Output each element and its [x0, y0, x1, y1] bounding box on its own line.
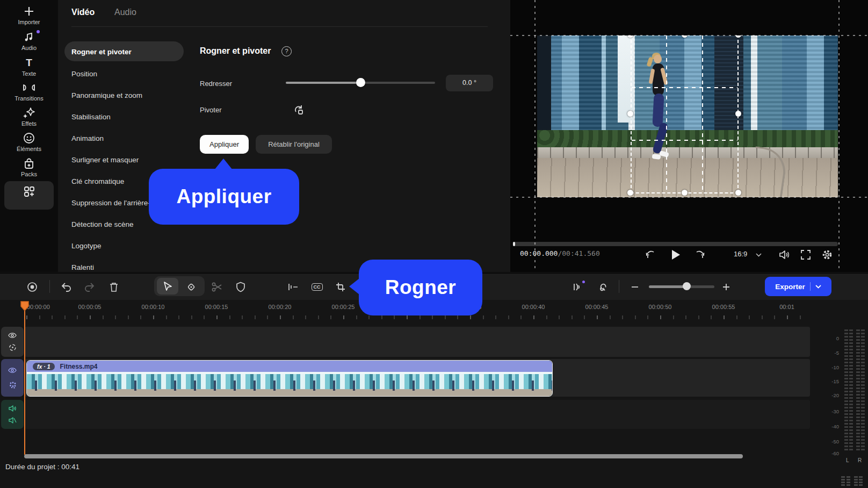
clip-name: Fitness.mp4 — [60, 363, 98, 370]
export-button[interactable]: Exporter — [765, 277, 831, 296]
reset-original-button[interactable]: Rétablir l'original — [256, 135, 332, 154]
sidebar-item-transitions[interactable]: Transitions — [0, 82, 58, 102]
track-lane-overlay[interactable] — [25, 327, 810, 357]
tab-video[interactable]: Vidéo — [71, 8, 95, 17]
crop-handle-se[interactable] — [735, 190, 741, 196]
sidebar-item-tools[interactable]: Outils — [0, 185, 58, 205]
menu-item-slow-motion[interactable]: Ralenti — [71, 263, 195, 271]
aspect-ratio-dropdown[interactable]: 16:9 — [734, 250, 747, 258]
crop-grid-line — [702, 35, 703, 192]
audio-indicator-icon[interactable] — [570, 279, 585, 295]
speaker-muted-icon[interactable] — [8, 417, 17, 424]
mini-meter — [854, 476, 858, 487]
menu-item-highlight-mask[interactable]: Surligner et masquer — [71, 156, 195, 164]
track-header-video — [1, 359, 24, 397]
straighten-value[interactable]: 0.0 ° — [446, 75, 493, 91]
playhead-marker[interactable] — [20, 301, 29, 311]
crop-handle-e[interactable] — [735, 111, 741, 117]
chevron-down-icon[interactable] — [754, 250, 763, 259]
ruler-label: 00:00:10 — [132, 304, 175, 310]
delete-icon[interactable] — [106, 279, 121, 295]
apply-tooltip: Appliquer — [149, 169, 299, 225]
select-cursor-icon[interactable] — [160, 278, 175, 293]
ruler-ticks[interactable] — [26, 315, 810, 319]
apply-button[interactable]: Appliquer — [200, 135, 249, 154]
rotate-icon[interactable] — [293, 104, 305, 116]
project-duration-label: Durée du projet : 00:41 — [5, 463, 79, 471]
ruler-label: 00:00:20 — [258, 304, 301, 310]
menu-item-stabilization[interactable]: Stabilisation — [71, 113, 195, 121]
straighten-slider-thumb[interactable] — [356, 78, 365, 87]
zoom-out-icon[interactable] — [627, 279, 642, 295]
help-icon[interactable]: ? — [281, 46, 292, 56]
sidebar-item-audio[interactable]: Audio — [0, 31, 58, 51]
sidebar-item-elements[interactable]: Éléments — [0, 132, 58, 152]
volume-icon[interactable] — [777, 248, 791, 262]
menu-item-logotype[interactable]: Logotype — [71, 242, 195, 250]
preview-timecode: 00:00.000/00:41.560 — [520, 249, 600, 257]
clip-fitness[interactable]: fx · 1 Fitness.mp4 — [26, 360, 553, 397]
ruler-label: 00:00:55 — [702, 304, 745, 310]
playhead-line[interactable] — [24, 310, 25, 455]
split-scissors-icon[interactable] — [209, 279, 225, 295]
meter-column-left — [849, 329, 853, 452]
meter-column-left — [844, 329, 848, 452]
meter-scale-label: -60 — [825, 450, 839, 456]
menu-item-crop-rotate[interactable]: Rogner et pivoter — [71, 48, 195, 56]
dashed-circle-icon[interactable] — [9, 343, 17, 351]
sidebar-item-effects[interactable]: Effets — [0, 107, 58, 127]
crop-rectangle[interactable] — [631, 35, 739, 193]
preview-progress-bar[interactable] — [513, 242, 838, 246]
timeline-zoom-slider[interactable] — [649, 285, 714, 288]
timeline-zoom-thumb[interactable] — [683, 282, 691, 290]
crop-handle-sw[interactable] — [627, 190, 633, 196]
trim-tag-icon[interactable] — [184, 279, 199, 295]
sidebar-item-label: Importer — [0, 19, 58, 25]
undo-icon[interactable] — [59, 279, 74, 295]
sidebar-item-import[interactable]: Importer — [0, 5, 58, 25]
video-frame[interactable] — [537, 35, 838, 197]
sidebar-item-label: Transitions — [0, 95, 58, 102]
chevron-down-icon[interactable] — [815, 285, 821, 289]
crop-handle-w[interactable] — [627, 111, 633, 117]
horizontal-scrollbar[interactable] — [24, 454, 743, 458]
bowtie-icon — [0, 82, 58, 94]
play-button[interactable] — [669, 248, 683, 262]
crop-grid-line — [632, 87, 737, 88]
audio-graph-icon[interactable] — [285, 279, 300, 295]
apply-tooltip-label: Appliquer — [176, 185, 271, 208]
mini-meter — [859, 476, 863, 487]
record-icon[interactable] — [25, 279, 40, 295]
eye-icon[interactable] — [8, 332, 17, 339]
crop-handle-s[interactable] — [682, 190, 688, 196]
jump-back-icon[interactable] — [643, 248, 657, 262]
speaker-icon[interactable] — [8, 405, 17, 412]
ruler-label: 00:00:05 — [68, 304, 111, 310]
menu-item-animation[interactable]: Animation — [71, 134, 195, 142]
mini-meter — [847, 476, 850, 487]
mask-shield-icon[interactable] — [233, 279, 248, 295]
rotate-label: Pivoter — [200, 106, 221, 114]
smiley-icon — [0, 132, 58, 144]
link-icon[interactable] — [595, 279, 610, 295]
jump-forward-icon[interactable] — [693, 248, 707, 262]
magic-dots-icon[interactable] — [9, 381, 17, 389]
menu-item-pan-zoom[interactable]: Panoramique et zoom — [71, 91, 195, 99]
fullscreen-icon[interactable] — [799, 248, 813, 262]
sidebar-item-packs[interactable]: Packs — [0, 157, 58, 177]
music-note-icon — [0, 31, 58, 43]
crop-icon[interactable] — [333, 279, 348, 295]
menu-item-position[interactable]: Position — [71, 70, 195, 78]
sidebar-item-label: Texte — [0, 70, 58, 77]
zoom-in-icon[interactable] — [719, 279, 734, 295]
divider — [49, 280, 50, 293]
tab-audio[interactable]: Audio — [114, 8, 136, 17]
menu-item-bg-removal[interactable]: Suppression de l'arrière-plan — [71, 199, 157, 207]
sidebar-item-text[interactable]: T Texte — [0, 57, 58, 77]
track-lane-audio[interactable] — [25, 400, 810, 429]
mini-meter — [841, 476, 845, 487]
eye-icon[interactable] — [8, 367, 17, 374]
captions-icon[interactable]: CC — [309, 279, 324, 295]
redo-icon[interactable] — [82, 279, 97, 295]
settings-gear-icon[interactable] — [820, 248, 834, 262]
